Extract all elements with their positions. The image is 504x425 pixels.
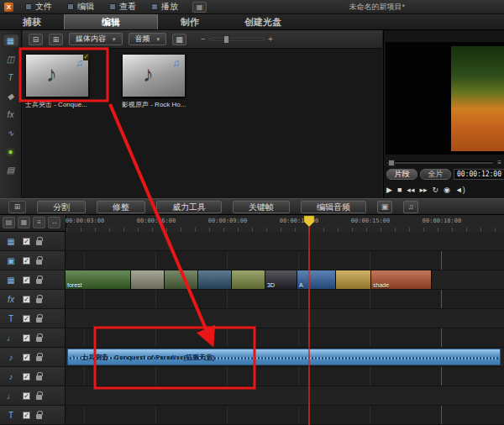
lock-icon[interactable] [36, 317, 42, 323]
library-icon[interactable]: ▤ [3, 163, 19, 176]
next-button[interactable]: ▸▸ [419, 184, 427, 196]
edit-audio-button[interactable]: 编辑音频 [301, 201, 366, 213]
transition-icon[interactable]: ◫ [3, 52, 19, 66]
project-mode-button[interactable]: 全片 [420, 169, 451, 180]
previous-button[interactable]: ◂◂ [407, 184, 414, 196]
zoom-slider-handle[interactable] [223, 35, 229, 44]
video-clip[interactable]: shade [371, 270, 432, 289]
menu-view[interactable]: 查看 [102, 0, 144, 14]
menu-play[interactable]: 播放 [144, 0, 186, 14]
stop-button[interactable]: ■ [397, 184, 402, 196]
volume-button[interactable]: ◄) [455, 184, 465, 196]
split-button[interactable]: 分割 [37, 201, 86, 213]
video-clip[interactable] [165, 270, 198, 289]
capture-icon[interactable]: ● [3, 144, 19, 158]
track-enable-checkbox[interactable]: ✓ [23, 315, 30, 323]
sort-icon[interactable]: ⊟ [29, 34, 43, 45]
video-clip[interactable]: 3D [265, 270, 297, 289]
video-clip[interactable] [232, 270, 265, 289]
track-enable-checkbox[interactable]: ✓ [23, 392, 30, 400]
track-content[interactable]: ♪ 士兵突击 - Conquest of Paradise(征服天堂) [66, 348, 504, 366]
track-content[interactable] [66, 232, 504, 250]
video-clip[interactable] [131, 270, 165, 289]
track-content[interactable] [66, 251, 504, 270]
timeline-ruler[interactable]: 00:00:03:00 00:00:06:00 00:00:09:00 00:0… [66, 215, 504, 232]
storyboard-view-icon[interactable]: ▦ [18, 217, 30, 228]
track-enable-checkbox[interactable]: ✓ [23, 276, 30, 284]
tab-create-disc[interactable]: 创建光盘 [222, 14, 304, 29]
media-item-1[interactable]: ♪ ♫ ✓ 士兵突击 - Conque... [25, 54, 91, 109]
zoom-slider-track[interactable] [209, 38, 265, 40]
track-content[interactable] [66, 386, 504, 405]
lock-icon[interactable] [36, 240, 42, 245]
video-clip[interactable] [336, 270, 371, 289]
power-tools-button[interactable]: 威力工具 [156, 201, 222, 213]
track-content[interactable] [66, 290, 504, 308]
mixer-icon[interactable]: ▣ [377, 201, 392, 213]
lock-icon[interactable] [36, 414, 42, 419]
audio-thumbnail[interactable]: ♪ ♫ ✓ [25, 54, 89, 97]
lock-icon[interactable] [36, 260, 42, 265]
seek-handle[interactable] [388, 160, 395, 166]
title-icon[interactable]: T [3, 71, 19, 84]
trim-marks-icon[interactable]: ≡ [497, 159, 501, 166]
video-clip[interactable]: A [297, 270, 336, 289]
track-enable-checkbox[interactable]: ✓ [23, 296, 30, 303]
grid-view-icon[interactable]: ▦ [172, 34, 186, 45]
tab-edit[interactable]: 编辑 [64, 14, 158, 29]
video-clip[interactable]: forest [66, 270, 131, 289]
media-item-label: 影视原声 - Rock Ho... [122, 100, 187, 109]
menu-file[interactable]: 文件 [18, 0, 60, 14]
repeat-button[interactable]: ↻ [432, 184, 438, 196]
graphic-icon[interactable]: ◆ [3, 89, 19, 102]
snapshot-button[interactable]: ◉ [444, 184, 450, 196]
track-row-video-2: ▦✓ forest 3D A shade [0, 270, 504, 290]
lock-icon[interactable] [36, 337, 42, 342]
trim-button[interactable]: 修整 [97, 201, 145, 213]
seek-track[interactable] [387, 161, 493, 164]
lock-icon[interactable] [36, 356, 42, 361]
media-icon[interactable]: ▦ [3, 34, 19, 47]
keyframe-button[interactable]: 关键帧 [233, 201, 290, 213]
tab-capture[interactable]: 捕获 [0, 14, 64, 29]
audio-clip[interactable]: ♪ 士兵突击 - Conquest of Paradise(征服天堂) [67, 349, 501, 365]
lock-icon[interactable] [36, 279, 42, 284]
zoom-fit-icon[interactable]: ↔ [48, 217, 60, 228]
timeline-view-icons: ▤ ▦ ≡ ↔ [3, 217, 60, 228]
timeline-view-icon[interactable]: ▤ [3, 217, 15, 228]
filter-icon[interactable]: fx [3, 108, 19, 121]
clip-mode-button[interactable]: 片段 [386, 169, 417, 180]
auto-music-icon[interactable]: ♫ [403, 201, 418, 213]
track-content[interactable]: forest 3D A shade [66, 270, 504, 289]
track-content[interactable] [66, 406, 504, 424]
media-item-2[interactable]: ♪ ♫ 影视原声 - Rock Ho... [122, 54, 187, 109]
import-icon[interactable]: ⊞ [49, 34, 63, 45]
lock-icon[interactable] [36, 395, 42, 400]
track-content[interactable] [66, 309, 504, 328]
dropdown-value: 音频 [135, 34, 150, 45]
video-clip[interactable] [198, 270, 232, 289]
audio-filter-dropdown[interactable]: 音频▾ [129, 33, 167, 45]
track-enable-checkbox[interactable]: ✓ [23, 238, 30, 245]
lock-icon[interactable] [36, 375, 42, 380]
audio-thumbnail[interactable]: ♪ ♫ [122, 54, 186, 97]
track-enable-checkbox[interactable]: ✓ [23, 412, 30, 419]
track-enable-checkbox[interactable]: ✓ [23, 354, 30, 361]
menu-edit[interactable]: 编辑 [60, 0, 102, 14]
tab-produce[interactable]: 制作 [158, 14, 222, 29]
preview-panel: ≡ 片段 全片 00:00:12:00 ▶ ■ ◂◂ ▸▸ ↻ ◉ ◄) [383, 30, 504, 198]
sound-mixer-icon[interactable]: ≡ [33, 217, 45, 228]
layout-switch-icon[interactable]: ▦ [192, 2, 207, 13]
zoom-in-icon[interactable]: + [268, 34, 273, 44]
track-content[interactable] [66, 328, 504, 347]
track-enable-checkbox[interactable]: ✓ [23, 334, 30, 342]
zoom-out-icon[interactable]: − [201, 34, 206, 44]
track-enable-checkbox[interactable]: ✓ [23, 257, 30, 265]
lock-icon[interactable] [36, 298, 42, 303]
track-enable-checkbox[interactable]: ✓ [23, 373, 30, 380]
track-content[interactable] [66, 367, 504, 386]
track-manager-icon[interactable]: ⊞ [8, 201, 26, 213]
play-button[interactable]: ▶ [386, 184, 392, 196]
motion-path-icon[interactable]: ∿ [3, 126, 19, 139]
media-content-dropdown[interactable]: 媒体内容▾ [69, 33, 123, 45]
